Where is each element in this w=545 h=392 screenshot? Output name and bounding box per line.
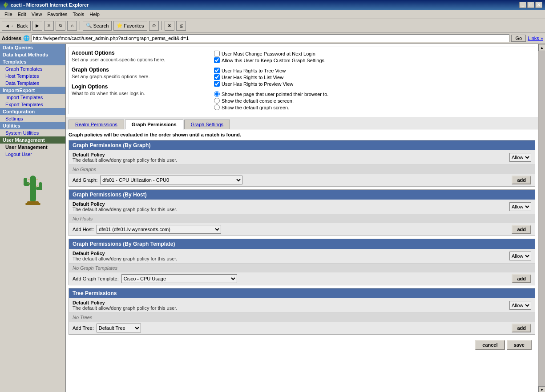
add-graph-template-select[interactable]: Cisco - CPU Usage [121, 274, 237, 283]
add-row-tree: Add Tree: Default Tree add [69, 322, 535, 334]
checkbox-must-change-password: User Must Change Password at Next Login [214, 51, 532, 56]
add-graph-template-label: Add Graph Template: [73, 276, 119, 281]
sidebar-group-templates[interactable]: Templates [0, 58, 65, 65]
sidebar-item-settings[interactable]: Settings [0, 115, 65, 122]
save-button[interactable]: save [507, 340, 532, 350]
scrollbar[interactable]: ▲ ▼ [538, 44, 545, 392]
sidebar-item-user-management[interactable]: User Management [0, 144, 65, 151]
perm-default-desc-by-template: The default allow/deny graph policy for … [73, 256, 177, 261]
minimize-button[interactable]: _ [519, 2, 526, 8]
perm-empty-tree: No Trees [69, 313, 535, 322]
allow-dropdown-by-template[interactable]: Allow Deny [509, 252, 531, 260]
menu-view[interactable]: View [29, 11, 45, 18]
home-button[interactable]: ⌂ [67, 21, 77, 31]
sidebar-item-host-templates[interactable]: Host Templates [0, 72, 65, 80]
sidebar-item-system-utilities[interactable]: System Utilities [0, 129, 65, 136]
checkbox-tree-view-input[interactable] [214, 68, 220, 73]
addressbar-input[interactable] [32, 34, 509, 42]
scroll-up-button[interactable]: ▲ [538, 44, 545, 51]
bottom-buttons: cancel save [69, 337, 535, 352]
close-button[interactable]: ✕ [535, 2, 542, 8]
scroll-down-button[interactable]: ▼ [538, 386, 545, 392]
checkbox-tree-view-label: User Has Rights to Tree View [222, 68, 286, 73]
add-graph-button[interactable]: add [512, 176, 531, 184]
tab-graph-permissions[interactable]: Graph Permissions [125, 120, 183, 129]
stop-button[interactable]: ✕ [44, 21, 54, 31]
radio-show-graph-input[interactable] [214, 104, 220, 110]
sidebar-group-data-queries[interactable]: Data Queries [0, 44, 65, 51]
radio-show-console: Show the default console screen. [214, 98, 532, 104]
allow-select-by-graph[interactable]: Allow Deny [509, 153, 531, 162]
mail-button[interactable]: ✉ [165, 21, 174, 31]
checkbox-must-change-password-input[interactable] [214, 51, 220, 56]
sidebar-header-user-management[interactable]: User Management [0, 136, 65, 144]
checkbox-preview-view-input[interactable] [214, 81, 220, 87]
sidebar-item-graph-templates[interactable]: Graph Templates [0, 65, 65, 72]
add-tree-select[interactable]: Default Tree [97, 324, 141, 332]
add-tree-button[interactable]: add [512, 324, 531, 332]
sidebar-group-utilities[interactable]: Utilities [0, 122, 65, 129]
checkbox-allow-custom-graph-input[interactable] [214, 57, 220, 63]
add-host-button[interactable]: add [512, 225, 531, 234]
add-graph-label: Add Graph: [73, 177, 97, 183]
window-controls[interactable]: _ □ ✕ [519, 2, 542, 8]
svg-line-7 [36, 179, 38, 180]
go-button[interactable]: Go [511, 35, 526, 42]
options-inner: Account Options Set any user account-spe… [69, 47, 535, 114]
policy-note: Graph policies will be evaluated in the … [69, 132, 535, 137]
tab-graph-settings[interactable]: Graph Settings [184, 120, 230, 129]
tab-realm-permissions[interactable]: Realm Permissions [69, 120, 124, 129]
forward-button[interactable]: ▶ [32, 21, 42, 31]
allow-select-tree[interactable]: Allow Deny [509, 301, 531, 310]
perm-default-row-by-graph: Default Policy The default allow/deny gr… [69, 150, 535, 165]
add-graph-template-button[interactable]: add [512, 274, 531, 283]
menu-favorites[interactable]: Favorites [44, 11, 70, 18]
addressbar: Address 🌐 Go Links » [0, 32, 545, 44]
allow-dropdown-by-host[interactable]: Allow Deny [509, 202, 531, 211]
menu-help[interactable]: Help [87, 11, 102, 18]
sidebar-group-data-input[interactable]: Data Input Methods [0, 51, 65, 58]
links-label[interactable]: Links » [528, 36, 543, 41]
back-button[interactable]: ◄ ← Back [2, 21, 31, 31]
perm-default-title-by-host: Default Policy [73, 201, 177, 207]
menu-edit[interactable]: Edit [15, 11, 29, 18]
maximize-button[interactable]: □ [527, 2, 534, 8]
sidebar-item-logout-user[interactable]: Logout User [0, 151, 65, 158]
sidebar-item-export-templates[interactable]: Export Templates [0, 101, 65, 108]
add-graph-select[interactable]: dfs01 - CPU Utilization - CPU0 [100, 176, 242, 184]
perm-header-tree: Tree Permissions [69, 288, 535, 298]
allow-dropdown-by-graph[interactable]: Allow Deny [509, 153, 531, 162]
print-button[interactable]: 🖨 [176, 21, 186, 31]
sidebar-item-data-templates[interactable]: Data Templates [0, 80, 65, 87]
radio-show-user-page: Show the page that user pointed their br… [214, 91, 532, 97]
menu-file[interactable]: File [2, 11, 15, 18]
radio-show-console-input[interactable] [214, 98, 220, 104]
svg-line-8 [36, 185, 38, 187]
add-host-select[interactable]: dfs01 (dfs01.lv.wynnresorts.com) [97, 225, 221, 234]
cancel-button[interactable]: cancel [475, 340, 505, 350]
refresh-button[interactable]: ↻ [56, 21, 65, 31]
sidebar-group-import-export[interactable]: Import/Export [0, 87, 65, 94]
scroll-track [538, 51, 545, 386]
account-options-title: Account Options [72, 50, 214, 56]
search-button[interactable]: 🔍 Search [83, 21, 112, 31]
menu-tools[interactable]: Tools [70, 11, 87, 18]
checkbox-list-view-label: User Has Rights to List View [222, 75, 283, 80]
allow-dropdown-tree[interactable]: Allow Deny [509, 301, 531, 310]
allow-select-by-host[interactable]: Allow Deny [509, 202, 531, 211]
radio-show-user-page-input[interactable] [214, 91, 220, 97]
sidebar-group-configuration[interactable]: Configuration [0, 108, 65, 115]
add-row-by-host: Add Host: dfs01 (dfs01.lv.wynnresorts.co… [69, 223, 535, 236]
checkbox-list-view-input[interactable] [214, 74, 220, 80]
tabs-container: Realm Permissions Graph Permissions Grap… [66, 117, 538, 129]
favorites-button[interactable]: ⭐ Favorites [113, 21, 147, 31]
perm-body-by-template: Default Policy The default allow/deny gr… [69, 249, 535, 272]
add-row-by-graph: Add Graph: dfs01 - CPU Utilization - CPU… [69, 174, 535, 186]
account-options-desc: Set any user account-specific options he… [72, 57, 214, 62]
svg-rect-0 [30, 176, 36, 202]
sidebar-item-import-templates[interactable]: Import Templates [0, 94, 65, 101]
perm-section-by-host: Graph Permissions (By Host) Default Poli… [69, 189, 535, 236]
history-button[interactable]: ⊙ [149, 21, 159, 31]
svg-rect-4 [39, 182, 42, 190]
allow-select-by-template[interactable]: Allow Deny [509, 252, 531, 260]
